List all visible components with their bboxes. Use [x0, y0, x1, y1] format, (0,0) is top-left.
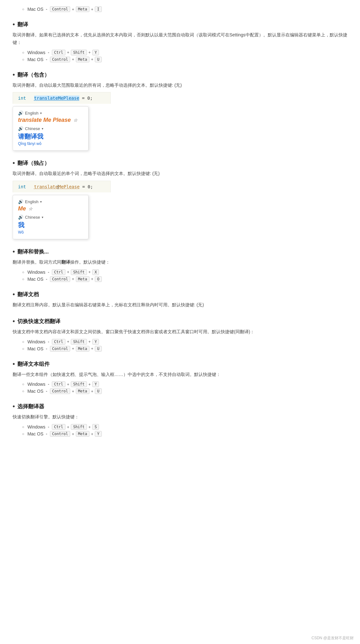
plus: +: [72, 7, 74, 12]
key-shift-replace: Shift: [71, 269, 87, 275]
section-toggle-quick-doc: 切换快速文档翻译 快速文档中将文档内容在译文和原文之间切换。窗口聚焦于快速文档弹…: [13, 318, 347, 352]
lang-en-arrow-exclusive[interactable]: ▾: [40, 200, 42, 203]
popup-lang-en-inclusive: 🔊 English ▾: [18, 110, 83, 116]
code-popup-exclusive: int translateMePlease = 0; 🔊 English ▾ M…: [13, 181, 347, 239]
popup-card-inclusive: 🔊 English ▾ translate Me Please ☆ 🔊 Chin…: [13, 106, 88, 151]
section-translate: 翻译 取词并翻译。如果有已选择的文本，优先从选择的文本内取词，否则默认以最大范围…: [13, 21, 347, 62]
section-translate-replace: 翻译和替换... 翻译并替换。取词方式同翻译操作。默认快捷键： Windows …: [13, 248, 347, 282]
code-int-exclusive: int: [18, 184, 26, 189]
shortcut-macos-text-component: Mac OS - Control + Meta + U: [22, 388, 347, 394]
key-control-tc: Control: [50, 388, 70, 394]
star-icon-inclusive[interactable]: ☆: [73, 118, 77, 123]
section-title-text-component: 翻译文本组件: [13, 360, 347, 368]
section-title-exclusive: 翻译（独占）: [13, 159, 347, 167]
lang-zh-arrow-exclusive[interactable]: ▾: [42, 216, 43, 219]
translate-result-en-inclusive: translate Me Please ☆: [18, 117, 83, 123]
shortcut-list-text-component: Windows - Ctrl + Shift + Y Mac OS - Cont…: [22, 381, 347, 394]
key-control: Control: [50, 6, 70, 12]
code-int-inclusive: int: [18, 96, 26, 101]
lang-zh-arrow-inclusive[interactable]: ▾: [42, 127, 43, 130]
translate-result-en-exclusive: Me ☆: [18, 205, 83, 212]
popup-lang-en-exclusive: 🔊 English ▾: [18, 199, 83, 204]
key-ctrl-tc: Ctrl: [52, 381, 65, 387]
top-shortcut-section: Mac OS - Control + Meta + I: [13, 6, 347, 12]
key-s-st: S: [92, 424, 99, 430]
shortcut-list-select-translator: Windows - Ctrl + Shift + S Mac OS - Cont…: [22, 424, 347, 437]
os-label: Mac OS: [27, 7, 44, 12]
shortcut-windows-toggle: Windows - Ctrl + Shift + Y: [22, 339, 347, 345]
section-desc-inclusive: 取词并翻译。自动以最大范围取最近的所有词，忽略手动选择的文本。默认快捷键: (无…: [13, 82, 347, 89]
popup-lang-zh-inclusive: 🔊 Chinese ▾: [18, 126, 83, 131]
key-y: Y: [92, 50, 99, 55]
key-ctrl-replace: Ctrl: [52, 269, 65, 275]
key-meta-replace: Meta: [76, 276, 89, 282]
key-control-toggle: Control: [50, 346, 70, 352]
speaker-icon-en-inclusive[interactable]: 🔊: [18, 110, 23, 116]
source-text-inclusive: translate Me Please: [18, 117, 71, 123]
code-popup-inclusive: int translateMePlease = 0; 🔊 English ▾ t…: [13, 92, 347, 151]
section-desc-doc: 翻译文档注释内容。默认显示在编辑器右键菜单上，光标在文档注释块内时可用。默认快捷…: [13, 301, 347, 309]
popup-lang-zh-exclusive: 🔊 Chinese ▾: [18, 215, 83, 220]
shortcut-macos-translate: Mac OS - Control + Meta + U: [22, 57, 347, 62]
section-desc-exclusive: 取词并翻译。自动取最近的单个词，忽略手动选择的文本。默认快捷键: (无): [13, 170, 347, 178]
key-meta-toggle: Meta: [76, 346, 89, 352]
key-control2: Control: [50, 57, 70, 62]
key-i: I: [95, 6, 101, 12]
key-control-st: Control: [50, 431, 70, 437]
section-select-translator: 选择翻译器 快速切换翻译引擎。默认快捷键： Windows - Ctrl + S…: [13, 403, 347, 437]
lang-en-arrow-inclusive[interactable]: ▾: [40, 111, 42, 115]
key-ctrl-st: Ctrl: [52, 424, 65, 430]
key-ctrl: Ctrl: [52, 50, 65, 55]
pinyin-exclusive: Wǒ: [18, 230, 83, 234]
popup-card-exclusive: 🔊 English ▾ Me ☆ 🔊 Chinese ▾ 我 Wǒ: [13, 195, 88, 239]
section-title-toggle-quick-doc: 切换快速文档翻译: [13, 318, 347, 325]
section-desc-text-component: 翻译一些文本组件（如快速文档、提示气泡、输入框……）中选中的文本，不支持自动取词…: [13, 371, 347, 378]
shortcut-list-toggle-quick-doc: Windows - Ctrl + Shift + Y Mac OS - Cont…: [22, 339, 347, 352]
source-text-exclusive: Me: [18, 205, 26, 212]
lang-en-label-inclusive: English: [25, 111, 39, 116]
speaker-icon-en-exclusive[interactable]: 🔊: [18, 199, 23, 204]
section-translate-text-component: 翻译文本组件 翻译一些文本组件（如快速文档、提示气泡、输入框……）中选中的文本，…: [13, 360, 347, 394]
lang-zh-label-exclusive: Chinese: [25, 215, 40, 220]
section-translate-doc: 翻译文档 翻译文档注释内容。默认显示在编辑器右键菜单上，光标在文档注释块内时可用…: [13, 291, 347, 309]
shortcut-list-translate: Windows - Ctrl + Shift + Y Mac OS - Cont…: [22, 50, 347, 62]
section-title-translate: 翻译: [13, 21, 347, 28]
section-desc-replace: 翻译并替换。取词方式同翻译操作。默认快捷键：: [13, 259, 347, 266]
key-u: U: [95, 57, 101, 62]
key-u-toggle: U: [95, 346, 101, 352]
section-title-select-translator: 选择翻译器: [13, 403, 347, 410]
popup-wrapper-exclusive: 🔊 English ▾ Me ☆ 🔊 Chinese ▾ 我 Wǒ: [13, 195, 347, 239]
key-meta-tc: Meta: [76, 388, 89, 394]
section-title-inclusive: 翻译（包含）: [13, 71, 347, 78]
key-y-st: Y: [95, 431, 101, 437]
key-shift-tc: Shift: [71, 381, 87, 387]
bold-translate: 翻译: [61, 259, 70, 265]
target-text-inclusive: 请翻译我: [18, 132, 83, 141]
key-u-tc: U: [95, 388, 101, 394]
key-o-replace: O: [95, 276, 101, 282]
key-ctrl-toggle: Ctrl: [52, 339, 65, 345]
key-x-replace: X: [92, 269, 99, 275]
section-desc-toggle-quick-doc: 快速文档中将文档内容在译文和原文之间切换。窗口聚焦于快速文档弹出窗或者文档工具窗…: [13, 328, 347, 336]
section-translate-inclusive: 翻译（包含） 取词并翻译。自动以最大范围取最近的所有词，忽略手动选择的文本。默认…: [13, 71, 347, 151]
section-title-doc: 翻译文档: [13, 291, 347, 298]
shortcut-windows-replace: Windows - Ctrl + Shift + X: [22, 269, 347, 275]
target-text-exclusive: 我: [18, 221, 83, 229]
key-shift: Shift: [71, 50, 87, 55]
shortcut-windows-select-translator: Windows - Ctrl + Shift + S: [22, 424, 347, 430]
star-icon-exclusive[interactable]: ☆: [28, 206, 33, 211]
shortcut-windows-translate: Windows - Ctrl + Shift + Y: [22, 50, 347, 55]
key-shift-toggle: Shift: [71, 339, 87, 345]
code-var-exclusive: translate: [34, 184, 58, 189]
speaker-icon-zh-exclusive[interactable]: 🔊: [18, 215, 23, 220]
section-translate-exclusive: 翻译（独占） 取词并翻译。自动取最近的单个词，忽略手动选择的文本。默认快捷键: …: [13, 159, 347, 239]
key-control-replace: Control: [50, 276, 70, 282]
code-var-exclusive2: MePlease: [58, 184, 79, 189]
section-title-replace: 翻译和替换...: [13, 248, 347, 255]
key-meta: Meta: [76, 6, 89, 12]
key-y-toggle: Y: [92, 339, 99, 345]
section-desc-select-translator: 快速切换翻译引擎。默认快捷键：: [13, 413, 347, 421]
shortcut-windows-text-component: Windows - Ctrl + Shift + Y: [22, 381, 347, 387]
code-var-inclusive: translateMePlease: [34, 96, 79, 101]
speaker-icon-zh-inclusive[interactable]: 🔊: [18, 126, 23, 131]
